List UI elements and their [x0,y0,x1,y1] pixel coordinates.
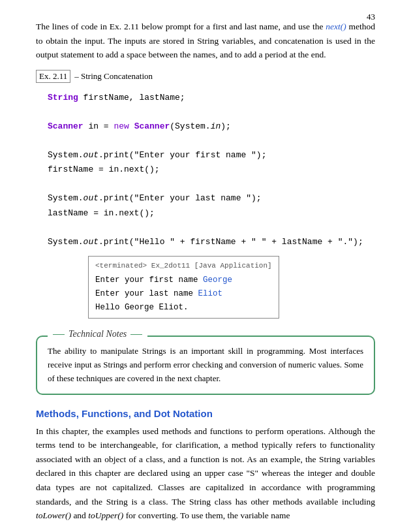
output-title: <terminated> Ex_2dot11 [Java Application… [95,260,272,272]
code-line-1: String firstName, lastName; [48,91,375,105]
section-paragraph-1: In this chapter, the examples used metho… [36,424,375,523]
output-colored-2: Eliot [198,289,223,298]
example-label: Ex. 2.11 [36,70,70,83]
code-line-6: firstName = in.next(); [48,163,375,177]
code-line-3: Scanner in = new Scanner(System.in); [48,119,375,134]
code-line-11: System.out.print("Hello " + firstName + … [48,235,375,249]
section-heading: Methods, Functions, and Dot Notation [36,408,375,419]
next-method-inline: next() [326,22,346,31]
code-line-5: System.out.print("Enter your first name … [48,148,375,163]
code-line-8: System.out.print("Enter your last name "… [48,191,375,206]
technical-notes-label: Technical Notes [48,329,147,339]
output-line-1: Enter your first name George [95,274,272,287]
intro-paragraph: The lines of code in Ex. 2.11 below prom… [36,20,375,62]
page-number: 43 [367,12,375,22]
example-header: Ex. 2.11 – String Concatenation [36,70,375,86]
output-line-3: Hello George Eliot. [95,301,272,315]
output-box: <terminated> Ex_2dot11 [Java Application… [88,256,279,319]
code-block: String firstName, lastName; Scanner in =… [36,91,375,249]
page: 43 The lines of code in Ex. 2.11 below p… [0,0,411,532]
technical-notes-box: Technical Notes The ability to manipulat… [36,336,375,394]
output-colored-1: George [203,275,232,285]
code-line-9: lastName = in.next(); [48,206,375,221]
output-line-2: Enter your last name Eliot [95,287,272,301]
example-subtitle: – String Concatenation [74,71,153,82]
technical-notes-text: The ability to manipulate Strings is an … [48,345,363,385]
